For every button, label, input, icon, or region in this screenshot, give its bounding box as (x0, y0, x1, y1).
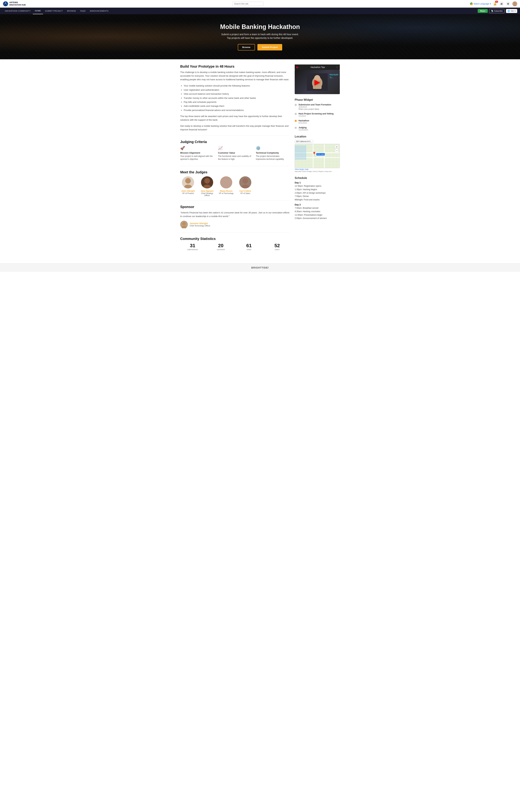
subscribe-button[interactable]: 📡 Subscribe (489, 9, 504, 13)
bay-area (295, 145, 306, 160)
judge-carl-name[interactable]: Carl Collins (237, 190, 253, 192)
svg-point-2 (514, 2, 516, 4)
top-bar: ARTEMIS INNOVATION HUB Select Language ▾… (0, 0, 520, 8)
stat-votes-label: votes (237, 248, 261, 250)
location-address: 255 California St S... (295, 140, 313, 143)
browse-button[interactable]: Browse (238, 44, 255, 50)
stat-comments: 20 comment (208, 243, 233, 250)
nav-browse[interactable]: BROWSE (65, 8, 78, 14)
stat-votes-number: 61 (237, 243, 261, 248)
play-button[interactable]: ▶ (314, 78, 320, 86)
submit-project-button[interactable]: Submit Project (257, 44, 282, 50)
youtube-icon: ▶ (296, 65, 298, 69)
svg-point-12 (182, 222, 186, 225)
rss-icon: 📡 (491, 10, 493, 12)
phase-name-2: Hack Project Screening and Vetting (298, 112, 334, 115)
user-avatar[interactable] (512, 1, 517, 6)
phase-desc-1: Share your project ideas (298, 108, 331, 110)
judge-john-name[interactable]: John Albright (180, 190, 196, 192)
phase-name-4: Judging (298, 126, 308, 129)
svg-point-8 (224, 178, 229, 184)
stats-section: Community Statistics 31 submissions 20 c… (180, 237, 289, 250)
stat-votes: 61 votes (237, 243, 261, 250)
list-item: Provide personalized financial advice an… (184, 108, 289, 112)
artemis-logo-icon (3, 1, 8, 7)
nav-faqs[interactable]: FAQS (78, 8, 87, 14)
google-icon (470, 2, 473, 5)
judge-diana-title: VP of Technology (218, 192, 234, 194)
svg-point-5 (184, 185, 192, 188)
site-selector[interactable]: 🌐 Site ▾ (506, 9, 517, 13)
judge-jane-avatar (201, 176, 213, 188)
schedule-item: 12:30pm: Registration opens (295, 185, 340, 188)
map-zoom-in[interactable]: + (335, 145, 339, 148)
video-title-bar: ▶ Hackathon Tips ⋮ (295, 64, 340, 70)
map-zoom-out[interactable]: − (335, 149, 339, 153)
nav-submit[interactable]: SUBMIT PROJECT (43, 8, 65, 14)
video-menu-icon[interactable]: ⋮ (336, 66, 338, 69)
schedule-day-2: Day 2 (295, 204, 340, 206)
phase-info-3: Hackathon 8/31/2023 (298, 119, 309, 124)
language-selector[interactable]: Select Language ▾ (470, 2, 491, 5)
criteria-mission: 🚀 Mission Alignment Your project is well… (180, 146, 214, 161)
schedule-day-1: Day 1 (295, 181, 340, 184)
share-button[interactable]: Share (478, 9, 488, 13)
svg-point-4 (185, 178, 191, 184)
phase-name-1: Submission and Team Formation (298, 104, 331, 106)
mission-icon: 🚀 (180, 146, 214, 151)
technical-desc: The project demonstrates impressive tech… (256, 155, 289, 161)
list-item: View account balance and transaction his… (184, 92, 289, 96)
video-thumbnail[interactable]: ▶ HackathTi... (295, 70, 340, 94)
apps-icon[interactable]: ⊞ (499, 1, 504, 6)
view-larger-map[interactable]: View larger map (295, 168, 340, 170)
notifications-button[interactable]: 🔔 37 (493, 1, 497, 6)
svg-point-9 (223, 185, 230, 188)
sponsor-title: Sponsor (180, 205, 289, 209)
judge-carl: Carl Collins VP of Sales (237, 176, 253, 196)
hero-buttons: Browse Submit Project (220, 44, 300, 50)
top-right-actions: Select Language ▾ 🔔 37 ⊞ ⚙ (470, 1, 517, 6)
nav-announcements[interactable]: ANNOUNCEMENTS (88, 8, 111, 14)
judging-section: Judging Criteria 🚀 Mission Alignment You… (180, 140, 289, 161)
map-container[interactable]: 📍 STE 1100 + − (295, 144, 340, 168)
stats-title: Community Statistics (180, 237, 289, 241)
search-input[interactable] (232, 2, 263, 6)
sponsor-avatar (180, 221, 188, 228)
lang-dropdown-icon[interactable]: ▾ (490, 3, 491, 5)
nav-home[interactable]: HOME (33, 8, 43, 14)
technical-name: Technical Complexity (256, 152, 289, 154)
judge-john: John Albright VP of Product (180, 176, 196, 196)
phase-info-1: Submission and Team Formation 3/28/2023 … (298, 104, 331, 110)
list-item: Add credit/debit cards and manage them (184, 104, 289, 108)
schedule-item: 2:00pm: Announcement of winners (295, 217, 340, 220)
stat-users: 52 users (265, 243, 290, 250)
search-area[interactable] (232, 2, 263, 6)
phase-dot-3 (295, 120, 297, 122)
list-item: User registration and authentication (184, 88, 289, 92)
schedule-widget: Schedule Day 1 12:30pm: Registration ope… (295, 177, 340, 220)
schedule-item: 7:00pm: Dinner (295, 195, 340, 198)
judge-diana-name[interactable]: Diana Russo (218, 190, 234, 192)
sponsor-info: Jasmine Albright Chief Technology Office… (189, 222, 210, 227)
judge-carl-title: VP of Sales (237, 192, 253, 194)
site-label: Site (511, 10, 514, 12)
stat-submissions-label: submissions (180, 248, 205, 250)
nav-actions: Share 📡 Subscribe 🌐 Site ▾ (478, 9, 517, 13)
sponsor-name[interactable]: Jasmine Albright (189, 222, 210, 225)
phase-dot-2 (295, 113, 297, 115)
footer: BRIGHTTIDE/ (0, 263, 520, 272)
phase-date-1: 3/28/2023 (298, 106, 331, 108)
svg-point-13 (182, 226, 186, 228)
divider-3 (180, 200, 289, 201)
judge-carl-avatar (239, 176, 251, 188)
technical-icon: ⚙️ (256, 146, 289, 151)
settings-icon[interactable]: ⚙ (506, 1, 511, 6)
build-title: Build Your Prototype in 48 Hours (180, 64, 289, 69)
schedule-item: 2:00pm: API & Design workshops (295, 192, 340, 194)
schedule-item: 9:30am: Hacking concludes (295, 210, 340, 213)
stat-users-number: 52 (265, 243, 290, 248)
logo-text-line2: INNOVATION HUB (9, 4, 26, 6)
judge-jane-name[interactable]: Jane Nguyen (199, 190, 215, 192)
subscribe-label: Subscribe (494, 10, 503, 12)
get-ready-text: Get ready to develop a mobile banking so… (180, 124, 289, 132)
